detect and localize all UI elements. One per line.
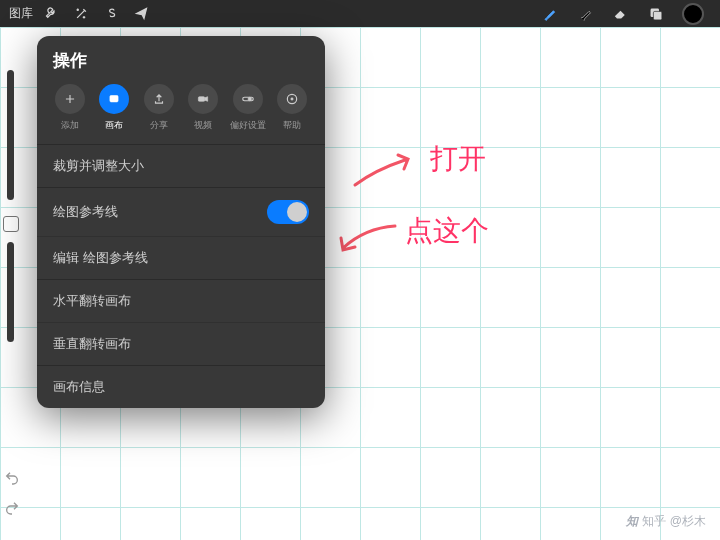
selection-s-icon[interactable]	[96, 2, 126, 26]
adjustments-wand-icon[interactable]	[66, 2, 96, 26]
row-label: 水平翻转画布	[53, 292, 131, 310]
annotation-arrow-tap	[335, 218, 405, 268]
top-toolbar: 图库	[0, 0, 720, 27]
annotation-arrow-open	[350, 150, 420, 190]
actions-panel: 操作 添加 画布 分享 视频 偏好设置 帮助 裁剪并调整大小 绘图参考线 编辑 …	[37, 36, 325, 408]
prefs-icon	[233, 84, 263, 114]
row-flip-vertical[interactable]: 垂直翻转画布	[37, 322, 325, 365]
row-label: 绘图参考线	[53, 203, 118, 221]
transform-arrow-icon[interactable]	[126, 2, 156, 26]
tab-label: 视频	[194, 119, 212, 132]
tab-video[interactable]: 视频	[182, 84, 224, 132]
watermark: 知 知乎 @杉木	[626, 513, 706, 530]
undo-redo-group	[4, 470, 20, 520]
help-icon	[277, 84, 307, 114]
share-icon	[144, 84, 174, 114]
svg-rect-2	[110, 96, 118, 102]
svg-rect-3	[199, 97, 205, 102]
row-label: 编辑 绘图参考线	[53, 249, 148, 267]
canvas-icon	[99, 84, 129, 114]
tab-label: 画布	[105, 119, 123, 132]
gallery-button[interactable]: 图库	[6, 2, 36, 26]
color-swatch[interactable]	[682, 3, 704, 25]
panel-title: 操作	[37, 36, 325, 80]
brush-size-slider[interactable]	[7, 70, 14, 200]
eraser-icon[interactable]	[612, 5, 629, 22]
tab-add[interactable]: 添加	[49, 84, 91, 132]
row-drawing-guides[interactable]: 绘图参考线	[37, 188, 325, 236]
modify-square-icon[interactable]	[3, 216, 19, 232]
tab-label: 添加	[61, 119, 79, 132]
brush-icon[interactable]	[542, 5, 559, 22]
row-canvas-info[interactable]: 画布信息	[37, 366, 325, 408]
brush-opacity-slider[interactable]	[7, 242, 14, 342]
row-flip-horizontal[interactable]: 水平翻转画布	[37, 280, 325, 322]
tab-label: 帮助	[283, 119, 301, 132]
row-crop-resize[interactable]: 裁剪并调整大小	[37, 145, 325, 187]
video-icon	[188, 84, 218, 114]
left-side-controls	[3, 70, 18, 358]
tab-label: 偏好设置	[230, 119, 266, 132]
row-label: 画布信息	[53, 378, 105, 396]
tab-canvas[interactable]: 画布	[93, 84, 135, 132]
tab-share[interactable]: 分享	[138, 84, 180, 132]
redo-icon[interactable]	[4, 500, 20, 520]
actions-wrench-icon[interactable]	[36, 2, 66, 26]
row-edit-guides[interactable]: 编辑 绘图参考线	[37, 236, 325, 279]
smudge-icon[interactable]	[577, 5, 594, 22]
tab-prefs[interactable]: 偏好设置	[227, 84, 269, 132]
undo-icon[interactable]	[4, 470, 20, 490]
tab-label: 分享	[150, 119, 168, 132]
watermark-site: 知乎	[642, 513, 666, 530]
plus-icon	[55, 84, 85, 114]
svg-point-5	[248, 97, 252, 101]
panel-tabs: 添加 画布 分享 视频 偏好设置 帮助	[37, 80, 325, 144]
watermark-user: @杉木	[670, 513, 706, 530]
row-label: 裁剪并调整大小	[53, 157, 144, 175]
drawing-guides-toggle[interactable]	[267, 200, 309, 224]
zhihu-logo-icon: 知	[626, 513, 638, 530]
svg-rect-1	[653, 11, 662, 20]
annotation-text-tap: 点这个	[405, 212, 489, 250]
annotation-text-open: 打开	[430, 140, 486, 178]
svg-point-7	[291, 98, 293, 100]
tab-help[interactable]: 帮助	[271, 84, 313, 132]
layers-icon[interactable]	[647, 5, 664, 22]
row-label: 垂直翻转画布	[53, 335, 131, 353]
